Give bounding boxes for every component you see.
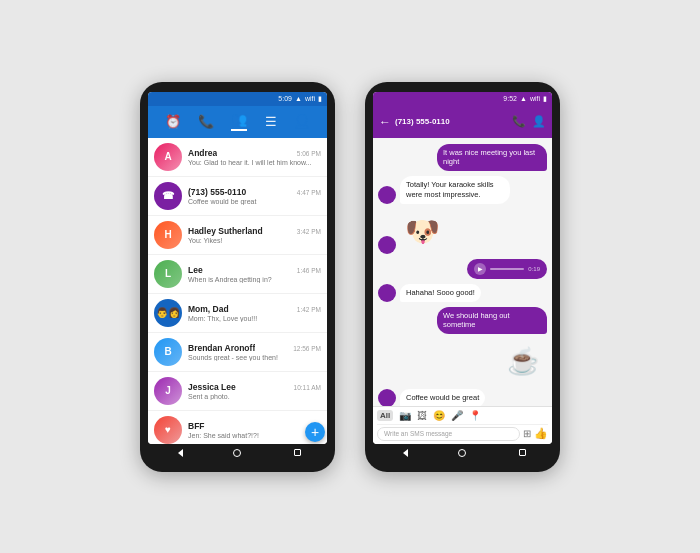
conv-time-hadley: 3:42 PM [297, 228, 321, 235]
avatar-phone: ☎ [154, 182, 182, 210]
conv-preview-brendan: Sounds great - see you then! [188, 354, 321, 361]
conv-name-hadley: Hadley Sutherland [188, 226, 263, 236]
tab-profile[interactable]: 👤 [294, 114, 310, 129]
conv-name-jessica: Jessica Lee [188, 382, 236, 392]
audio-duration: 0:19 [528, 266, 540, 272]
conv-time-lee: 1:46 PM [297, 267, 321, 274]
avatar-bff: ♥ [154, 416, 182, 444]
right-phone-screen: 9:52 ▲ wifi ▮ ← (713) 555-0110 📞 👤 It wa… [373, 92, 552, 444]
conversation-list: A Andrea 5:06 PM You: Glad to hear it. I… [148, 138, 327, 444]
back-button[interactable]: ← [379, 115, 391, 129]
contact-icon[interactable]: 👤 [532, 115, 546, 128]
conv-time-andrea: 5:06 PM [297, 150, 321, 157]
avatar-hadley: H [154, 221, 182, 249]
avatar-sender-5 [378, 284, 396, 302]
message-7-sticker: ☕ [378, 339, 547, 384]
message-2: Totally! Your karaoke skills were most i… [378, 176, 547, 204]
conv-preview-andrea: You: Glad to hear it. I will let him kno… [188, 159, 321, 166]
left-phone-screen: 5:09 ▲ wifi ▮ ⏰ 📞 👥 ☰ 👤 A Andrea 5:06 PM [148, 92, 327, 444]
conv-time-brendan: 12:56 PM [293, 345, 321, 352]
tab-contacts[interactable]: 👥 [231, 112, 247, 131]
message-3-sticker: 🐶 [378, 209, 547, 254]
sms-placeholder: Write an SMS message [384, 430, 452, 437]
call-icon[interactable]: 📞 [512, 115, 526, 128]
avatar-brendan: B [154, 338, 182, 366]
avatar-sender-2 [378, 186, 396, 204]
conv-item-lee[interactable]: L Lee 1:46 PM When is Andrea getting in? [148, 255, 327, 294]
chat-header-actions: 📞 👤 [512, 115, 546, 128]
conv-name-momdad: Mom, Dad [188, 304, 229, 314]
toolbar-all[interactable]: All [377, 410, 393, 421]
avatar-momdad: 👨‍👩 [154, 299, 182, 327]
right-nav-bar [373, 444, 552, 462]
conv-preview-phone: Coffee would be great [188, 198, 321, 205]
conv-item-andrea[interactable]: A Andrea 5:06 PM You: Glad to hear it. I… [148, 138, 327, 177]
conv-item-phone[interactable]: ☎ (713) 555-0110 4:47 PM Coffee would be… [148, 177, 327, 216]
audio-progress-bar [490, 268, 524, 270]
home-nav-button[interactable] [230, 446, 244, 460]
conv-preview-hadley: You: Yikes! [188, 237, 321, 244]
conv-item-hadley[interactable]: H Hadley Sutherland 3:42 PM You: Yikes! [148, 216, 327, 255]
toolbar-gallery[interactable]: 🖼 [417, 410, 427, 421]
chat-input-toolbar: All 📷 🖼 😊 🎤 📍 Write an SMS message ⊞ 👍 [373, 406, 552, 444]
audio-play-button[interactable]: ▶ [474, 263, 486, 275]
left-time: 5:09 [278, 95, 292, 102]
chat-messages: It was nice meeting you last night Total… [373, 138, 552, 406]
conv-name-andrea: Andrea [188, 148, 217, 158]
conv-item-momdad[interactable]: 👨‍👩 Mom, Dad 1:42 PM Mom: Thx, Love you!… [148, 294, 327, 333]
right-phone: 9:52 ▲ wifi ▮ ← (713) 555-0110 📞 👤 It wa… [365, 82, 560, 472]
conv-preview-jessica: Sent a photo. [188, 393, 321, 400]
right-home-nav-button[interactable] [455, 446, 469, 460]
tab-recent[interactable]: ⏰ [165, 114, 181, 129]
conv-preview-lee: When is Andrea getting in? [188, 276, 321, 283]
right-signal-icon: ▲ [520, 95, 527, 102]
right-back-nav-button[interactable] [396, 446, 410, 460]
avatar-sender-8 [378, 389, 396, 406]
grid-icon[interactable]: ⊞ [523, 428, 531, 439]
conv-preview-bff: Jen: She said what?!?! [188, 432, 321, 439]
message-4-audio: ▶ 0:19 [378, 259, 547, 279]
conv-time-phone: 4:47 PM [297, 189, 321, 196]
send-icons: ⊞ 👍 [523, 427, 548, 440]
sticker-dog: 🐶 [400, 209, 445, 254]
conv-item-jessica[interactable]: J Jessica Lee 10:11 AM Sent a photo. [148, 372, 327, 411]
tab-menu[interactable]: ☰ [265, 114, 277, 129]
like-button[interactable]: 👍 [534, 427, 548, 440]
msg-bubble-2: Totally! Your karaoke skills were most i… [400, 176, 510, 204]
avatar-jessica: J [154, 377, 182, 405]
toolbar-audio[interactable]: 🎤 [451, 410, 463, 421]
msg-bubble-1: It was nice meeting you last night [437, 144, 547, 172]
avatar-sender-3 [378, 236, 396, 254]
battery-icon: ▮ [318, 95, 322, 103]
msg-bubble-8: Coffee would be great [400, 389, 485, 405]
toolbar-emoji[interactable]: 😊 [433, 410, 445, 421]
conv-item-brendan[interactable]: B Brendan Aronoff 12:56 PM Sounds great … [148, 333, 327, 372]
avatar-andrea: A [154, 143, 182, 171]
tab-calls[interactable]: 📞 [198, 114, 214, 129]
back-nav-button[interactable] [171, 446, 185, 460]
conv-time-momdad: 1:42 PM [297, 306, 321, 313]
recents-nav-button[interactable] [290, 446, 304, 460]
conv-item-bff[interactable]: ♥ BFF Jen: She said what?!?! [148, 411, 327, 444]
conv-preview-momdad: Mom: Thx, Love you!!! [188, 315, 321, 322]
message-1: It was nice meeting you last night [378, 144, 547, 172]
fab-compose-button[interactable]: + [305, 422, 325, 442]
toolbar-camera[interactable]: 📷 [399, 410, 411, 421]
message-6: We should hang out sometime [378, 307, 547, 335]
left-status-bar: 5:09 ▲ wifi ▮ [148, 92, 327, 106]
chat-header: ← (713) 555-0110 📞 👤 [373, 106, 552, 138]
conv-name-lee: Lee [188, 265, 203, 275]
message-5: Hahaha! Sooo good! [378, 284, 547, 302]
toolbar-location[interactable]: 📍 [469, 410, 481, 421]
right-wifi-icon: wifi [530, 95, 540, 102]
msg-bubble-5: Hahaha! Sooo good! [400, 284, 481, 302]
sms-input[interactable]: Write an SMS message [377, 427, 520, 441]
message-8: Coffee would be great [378, 389, 547, 406]
messenger-header[interactable]: ⏰ 📞 👥 ☰ 👤 [148, 106, 327, 138]
audio-message[interactable]: ▶ 0:19 [467, 259, 547, 279]
chat-input-row: Write an SMS message ⊞ 👍 [377, 425, 548, 441]
right-battery-icon: ▮ [543, 95, 547, 103]
conv-name-phone: (713) 555-0110 [188, 187, 246, 197]
conv-name-brendan: Brendan Aronoff [188, 343, 255, 353]
right-recents-nav-button[interactable] [515, 446, 529, 460]
